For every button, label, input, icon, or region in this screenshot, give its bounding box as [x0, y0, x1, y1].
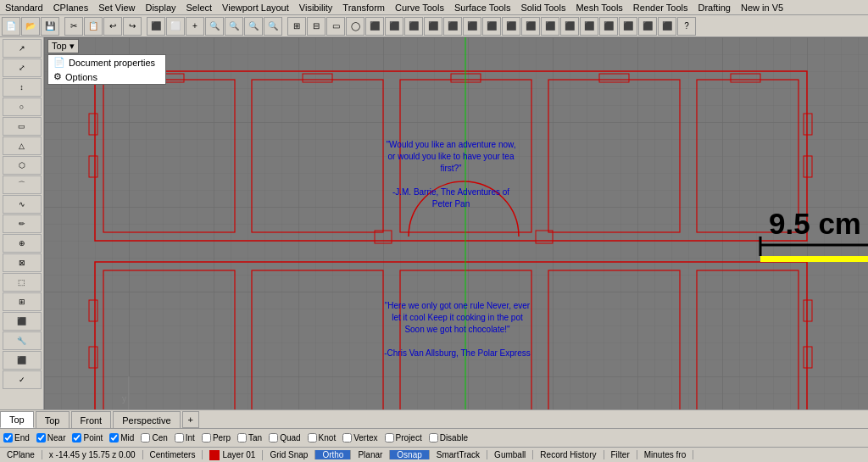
menu-visibility[interactable]: Visibility: [294, 3, 338, 13]
viewport-tab-top2[interactable]: Top: [36, 411, 70, 428]
grid-snap-btn[interactable]: Grid Snap: [263, 450, 315, 459]
left-btn-7[interactable]: ⬡: [3, 156, 42, 175]
left-btn-4[interactable]: ○: [3, 97, 42, 116]
left-btn-11[interactable]: ⊕: [3, 234, 42, 253]
viewport-area[interactable]: y x 9.5 cm Top ▾ 📄 Doc: [44, 37, 868, 409]
toolbar-save[interactable]: 💾: [41, 17, 59, 36]
osnap-near-checkbox[interactable]: [36, 433, 46, 443]
toolbar-b19[interactable]: ⬛: [502, 17, 520, 36]
toolbar-copy[interactable]: 📋: [84, 17, 103, 36]
toolbar-b1[interactable]: ⬛: [147, 17, 165, 36]
toolbar-b13[interactable]: ⬛: [385, 17, 403, 36]
osnap-disable[interactable]: Disable: [429, 433, 468, 443]
menu-render-tools[interactable]: Render Tools: [628, 3, 693, 13]
planar-btn[interactable]: Planar: [351, 450, 390, 459]
menu-mesh-tools[interactable]: Mesh Tools: [570, 3, 627, 13]
toolbar-b15[interactable]: ⬛: [424, 17, 442, 36]
left-btn-5[interactable]: ▭: [3, 117, 42, 136]
left-btn-9[interactable]: ∿: [3, 195, 42, 214]
filter-btn[interactable]: Filter: [604, 450, 637, 459]
osnap-btn[interactable]: Osnap: [390, 450, 429, 459]
toolbar-b10[interactable]: ▭: [326, 17, 345, 36]
osnap-near[interactable]: Near: [36, 433, 66, 443]
osnap-end-checkbox[interactable]: [3, 433, 13, 443]
toolbar-b25[interactable]: ⬛: [619, 17, 637, 36]
osnap-knot-checkbox[interactable]: [308, 433, 317, 443]
osnap-int[interactable]: Int: [175, 433, 195, 443]
left-btn-2[interactable]: ⤢: [3, 58, 42, 77]
toolbar-undo[interactable]: ↩: [103, 17, 122, 36]
menu-surface-tools[interactable]: Surface Tools: [449, 3, 515, 13]
osnap-quad[interactable]: Quad: [269, 433, 300, 443]
menu-select[interactable]: Select: [181, 3, 218, 13]
menu-drafting[interactable]: Drafting: [693, 3, 736, 13]
osnap-cen-checkbox[interactable]: [141, 433, 150, 443]
left-btn-1[interactable]: ↗: [3, 39, 42, 58]
toolbar-b22[interactable]: ⬛: [560, 17, 579, 36]
osnap-point-checkbox[interactable]: [72, 433, 81, 443]
left-btn-16[interactable]: 🔧: [3, 331, 42, 350]
toolbar-b21[interactable]: ⬛: [541, 17, 559, 36]
toolbar-help[interactable]: ?: [677, 17, 696, 36]
left-btn-17[interactable]: ⬛: [3, 351, 42, 370]
osnap-int-checkbox[interactable]: [175, 433, 184, 443]
toolbar-b24[interactable]: ⬛: [599, 17, 618, 36]
toolbar-b5[interactable]: 🔍: [225, 17, 243, 36]
menu-curve-tools[interactable]: Curve Tools: [390, 3, 449, 13]
record-history-btn[interactable]: Record History: [533, 450, 604, 459]
toolbar-b12[interactable]: ⬛: [365, 17, 384, 36]
gumball-btn[interactable]: Gumball: [487, 450, 533, 459]
osnap-tan[interactable]: Tan: [237, 433, 262, 443]
toolbar-b3[interactable]: +: [186, 17, 204, 36]
toolbar-b23[interactable]: ⬛: [580, 17, 598, 36]
toolbar-redo[interactable]: ↪: [123, 17, 142, 36]
osnap-mid[interactable]: Mid: [109, 433, 134, 443]
toolbar-b7[interactable]: 🔍: [264, 17, 282, 36]
dropdown-doc-properties[interactable]: 📄 Document properties: [48, 55, 165, 70]
osnap-project[interactable]: Project: [385, 433, 422, 443]
osnap-knot[interactable]: Knot: [308, 433, 337, 443]
menu-viewport-layout[interactable]: Viewport Layout: [217, 3, 294, 13]
toolbar-b16[interactable]: ⬛: [443, 17, 462, 36]
osnap-quad-checkbox[interactable]: [269, 433, 278, 443]
menu-setview[interactable]: Set View: [93, 3, 140, 13]
osnap-tan-checkbox[interactable]: [237, 433, 247, 443]
left-btn-3[interactable]: ↕: [3, 78, 42, 97]
toolbar-b2[interactable]: ⬜: [166, 17, 185, 36]
viewport-tab-front[interactable]: Front: [71, 411, 112, 428]
osnap-perp[interactable]: Perp: [202, 433, 231, 443]
viewport-tab-perspective[interactable]: Perspective: [113, 411, 180, 428]
menu-solid-tools[interactable]: Solid Tools: [515, 3, 570, 13]
osnap-cen[interactable]: Cen: [141, 433, 167, 443]
toolbar-new[interactable]: 📄: [2, 17, 20, 36]
menu-transform[interactable]: Transform: [337, 3, 390, 13]
menu-new-v5[interactable]: New in V5: [736, 3, 788, 13]
toolbar-open[interactable]: 📂: [21, 17, 40, 36]
toolbar-b11[interactable]: ◯: [346, 17, 364, 36]
toolbar-b6[interactable]: 🔍: [244, 17, 263, 36]
osnap-point[interactable]: Point: [72, 433, 103, 443]
add-viewport-tab-button[interactable]: +: [182, 411, 199, 428]
toolbar-b14[interactable]: ⬛: [404, 17, 423, 36]
ortho-btn[interactable]: Ortho: [315, 450, 351, 459]
osnap-vertex[interactable]: Vertex: [342, 433, 377, 443]
toolbar-b8[interactable]: ⊞: [287, 17, 306, 36]
toolbar-b20[interactable]: ⬛: [521, 17, 540, 36]
osnap-perp-checkbox[interactable]: [202, 433, 211, 443]
toolbar-b17[interactable]: ⬛: [463, 17, 481, 36]
osnap-mid-checkbox[interactable]: [109, 433, 119, 443]
viewport-tab-top1[interactable]: Top: [0, 411, 34, 428]
left-btn-8[interactable]: ⌒: [3, 175, 42, 194]
left-btn-12[interactable]: ⊠: [3, 253, 42, 272]
left-btn-18[interactable]: ✓: [3, 370, 42, 389]
smarttrack-btn[interactable]: SmartTrack: [430, 450, 487, 459]
left-btn-15[interactable]: ⬛: [3, 312, 42, 331]
left-btn-14[interactable]: ⊞: [3, 292, 42, 311]
toolbar-b18[interactable]: ⬛: [482, 17, 501, 36]
osnap-vertex-checkbox[interactable]: [342, 433, 352, 443]
left-btn-13[interactable]: ⬚: [3, 273, 42, 292]
left-btn-6[interactable]: △: [3, 136, 42, 155]
toolbar-b9[interactable]: ⊟: [307, 17, 326, 36]
osnap-end[interactable]: End: [3, 433, 30, 443]
toolbar-cut[interactable]: ✂: [64, 17, 83, 36]
